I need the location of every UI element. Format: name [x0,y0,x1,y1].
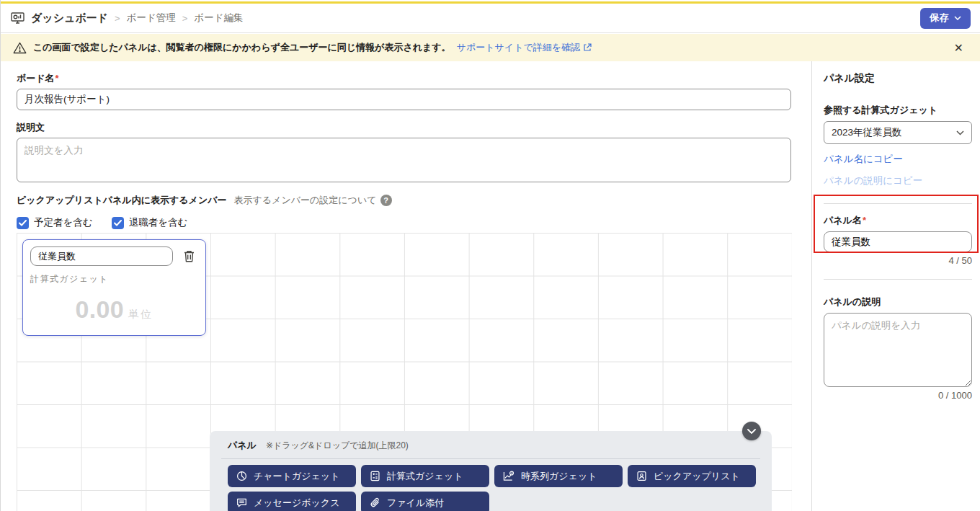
message-box-icon [236,497,247,508]
palette-note: ※ドラッグ&ドロップで追加(上限20) [266,440,409,452]
close-icon[interactable]: ✕ [950,40,968,56]
warning-banner: この画面で設定したパネルは、閲覧者の権限にかかわらず全ユーザーに同じ情報が表示さ… [1,34,980,61]
chevron-down-icon [954,16,961,20]
panel-name-label: パネル名* [824,214,972,227]
banner-message: この画面で設定したパネルは、閲覧者の権限にかかわらず全ユーザーに同じ情報が表示さ… [33,41,451,54]
paperclip-icon [370,497,380,508]
panel-card-unit: 単位 [128,308,153,320]
palette-timeseries-gadget-button[interactable]: 時系列ガジェット [494,465,623,487]
copy-to-panel-desc-link: パネルの説明にコピー [824,174,972,187]
checkmark-icon [114,220,122,226]
panel-desc-counter: 0 / 1000 [824,390,972,401]
members-help-text: 表示するメンバーの設定について ? [233,194,391,207]
palette-file-attach-button[interactable]: ファイル添付 [361,492,489,511]
dashboard-monitor-icon [10,11,25,25]
sidebar-divider [824,203,972,204]
palette-chart-gadget-button[interactable]: チャートガジェット [228,465,356,487]
include-planned-checkbox[interactable] [17,217,29,229]
trash-icon[interactable] [183,249,195,263]
board-edit-page: ダッシュボード > ボード管理 > ボード編集 保存 この画面で設定したパネルは… [0,0,980,511]
panel-desc-label: パネルの説明 [824,296,972,308]
help-icon[interactable]: ? [380,195,392,206]
breadcrumb-board-management[interactable]: ボード管理 [127,12,176,25]
sidebar-title: パネル設定 [824,72,972,85]
panel-card-value-row: 0.00単位 [30,296,198,324]
time-series-icon [503,471,514,481]
breadcrumb-board-edit: ボード編集 [194,12,243,25]
panel-card-value: 0.00 [75,296,124,323]
warning-triangle-icon [13,42,27,54]
breadcrumb-separator: > [115,13,120,24]
required-asterisk: * [55,73,59,84]
board-name-input[interactable] [17,89,791,110]
calculator-icon [370,471,380,481]
gadget-select-value: 2023年従業員数 [832,126,902,139]
checkmark-icon [19,220,27,226]
palette-title: パネル [228,439,257,452]
panel-name-counter: 4 / 50 [824,255,972,266]
required-asterisk: * [863,215,866,226]
panel-settings-sidebar: パネル設定 参照する計算式ガジェット 2023年従業員数 パネル名にコピー パネ… [811,61,980,511]
chevron-down-icon [956,130,964,135]
board-name-label: ボード名* [17,72,811,85]
pickup-members-label: ピックアップリストパネル内に表示するメンバー [17,194,226,207]
header-bar: ダッシュボード > ボード管理 > ボード編集 保存 [1,4,980,33]
breadcrumb-separator: > [182,13,188,24]
pie-chart-icon [236,471,247,481]
panel-card-type-label: 計算式ガジェット [30,273,198,285]
save-button[interactable]: 保存 [920,8,971,29]
pickup-list-icon [636,471,647,481]
calc-gadget-panel-card[interactable]: 計算式ガジェット 0.00単位 [22,239,206,336]
panel-card-name-input[interactable] [30,246,173,266]
copy-to-panel-name-link[interactable]: パネル名にコピー [824,153,972,166]
description-textarea[interactable] [17,138,791,182]
external-link-icon [583,43,592,52]
panel-desc-textarea[interactable] [824,313,972,387]
palette-calc-gadget-button[interactable]: 計算式ガジェット [361,465,489,487]
sidebar-divider [824,279,972,280]
include-planned-label: 予定者を含む [34,216,93,229]
gadget-select-label: 参照する計算式ガジェット [824,104,972,117]
include-retired-label: 退職者を含む [129,216,188,229]
chevron-down-icon [747,429,756,434]
main-column: ボード名* 説明文 ピックアップリストパネル内に表示するメンバー 表示するメンバ… [1,61,811,511]
palette-message-box-button[interactable]: メッセージボックス [228,492,356,511]
panel-palette: パネル ※ドラッグ&ドロップで追加(上限20) チャートガジェット [210,431,772,511]
support-site-link[interactable]: サポートサイトで詳細を確認 [457,41,592,54]
palette-collapse-button[interactable] [742,422,761,440]
description-label: 説明文 [17,121,811,134]
gadget-select[interactable]: 2023年従業員数 [824,121,972,144]
save-button-label: 保存 [930,12,949,25]
palette-divider [221,458,760,459]
breadcrumb-dashboard[interactable]: ダッシュボード [31,12,108,25]
include-retired-checkbox[interactable] [112,217,124,229]
panel-name-input[interactable] [824,231,972,252]
palette-pickup-list-button[interactable]: ピックアップリスト [628,465,756,487]
